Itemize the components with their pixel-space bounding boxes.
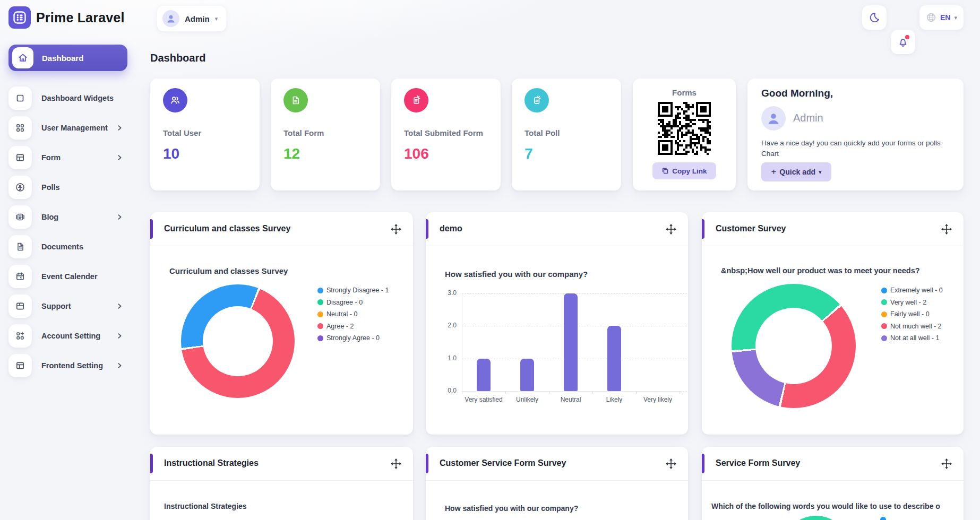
sidebar-item-documents[interactable]: Documents <box>8 235 127 258</box>
stat-label: Total User <box>163 128 201 137</box>
widget-icon <box>8 86 32 110</box>
chevron-right-icon <box>116 124 123 132</box>
legend-dot <box>881 323 887 329</box>
legend-item[interactable]: Very well - 2 <box>881 299 926 306</box>
sidebar-item-polls[interactable]: Polls <box>8 176 127 199</box>
legend-item[interactable]: Not much well - 2 <box>881 323 942 330</box>
page-title: Dashboard <box>150 52 205 64</box>
widget-customer-service-form-survey: Customer Service Form Survey How satisfi… <box>426 447 688 520</box>
form-icon <box>8 146 32 169</box>
sidebar-item-account-setting[interactable]: Account Setting <box>8 324 127 348</box>
move-handle-icon[interactable] <box>391 224 401 235</box>
users-icon <box>163 88 187 112</box>
chevron-down-icon: ▾ <box>215 15 218 22</box>
x-axis-tick <box>592 391 593 394</box>
language-selector[interactable]: EN ▾ <box>919 5 964 30</box>
documents-icon <box>8 235 32 258</box>
brand-logo-icon <box>8 6 31 29</box>
legend-item[interactable]: Neutral - 0 <box>317 310 357 318</box>
legend-label: Not at all well - 1 <box>890 334 939 342</box>
sidebar-item-label: Form <box>41 153 61 162</box>
forms-card-title: Forms <box>633 88 736 97</box>
x-axis-tick-label: Very likely <box>634 396 682 403</box>
divider <box>426 480 688 481</box>
sidebar-item-user-management[interactable]: User Management <box>8 116 127 140</box>
bar-unlikely <box>520 359 534 391</box>
users-grid-icon <box>8 116 32 140</box>
move-handle-icon[interactable] <box>666 458 676 469</box>
x-axis-tick <box>505 391 506 394</box>
support-icon <box>8 294 32 318</box>
widget-title: Service Form Survey <box>716 458 800 468</box>
sidebar-item-form[interactable]: Form <box>8 146 127 169</box>
move-handle-icon[interactable] <box>941 224 952 235</box>
sidebar-item-support[interactable]: Support <box>8 294 127 318</box>
divider <box>702 480 964 481</box>
sidebar-item-dashboard-widgets[interactable]: Dashboard Widgets <box>8 86 127 110</box>
legend-item[interactable]: Not at all well - 1 <box>881 334 939 342</box>
legend-dot <box>881 299 887 305</box>
legend-item[interactable]: Strongly Agree - 0 <box>317 334 380 342</box>
dashboard-page: Prime Laravel Admin ▾ EN ▾ <box>0 0 980 520</box>
frontend-setting-icon <box>8 354 32 377</box>
quick-add-button[interactable]: + Quick add ▾ <box>761 162 831 181</box>
blog-icon <box>8 205 32 229</box>
doughnut-hole <box>755 308 832 384</box>
sidebar-item-dashboard[interactable]: Dashboard <box>8 45 127 71</box>
chevron-right-icon <box>116 213 123 221</box>
legend-label: Strongly Agree - 0 <box>326 334 380 342</box>
bar-likely <box>607 326 621 391</box>
widget-demo: demo How satisfied you with our company?… <box>426 212 688 435</box>
legend-item[interactable]: Fairly well - 0 <box>881 310 930 318</box>
sidebar-item-label: Account Setting <box>41 332 100 340</box>
legend-label: Fairly well - 0 <box>890 310 930 318</box>
legend-item[interactable]: Extremely well - 0 <box>881 287 943 294</box>
widget-title: Customer Survey <box>716 224 786 233</box>
sidebar-item-label: Documents <box>41 242 83 251</box>
legend-item[interactable]: Strongly Disagree - 1 <box>317 287 389 294</box>
polls-icon <box>8 176 32 199</box>
sidebar-item-blog[interactable]: Blog <box>8 205 127 229</box>
move-handle-icon[interactable] <box>941 458 952 469</box>
stat-value: 7 <box>525 145 533 162</box>
home-icon <box>12 47 33 68</box>
greeting-title: Good Morning, <box>761 88 833 99</box>
x-axis-tick <box>549 391 549 394</box>
moon-icon <box>869 12 880 23</box>
notification-badge <box>905 35 909 39</box>
chart-title: How satisfied you with our company? <box>445 504 578 513</box>
chevron-right-icon <box>116 332 123 340</box>
card-accent-bar <box>426 454 428 473</box>
x-axis-tick-label: Unlikely <box>503 396 551 403</box>
legend-dot <box>317 335 323 341</box>
sidebar-item-event-calender[interactable]: Event Calender <box>8 265 127 288</box>
sidebar-item-label: Support <box>41 302 71 310</box>
stat-label: Total Poll <box>525 128 560 137</box>
greeting-avatar <box>761 106 786 131</box>
doughnut-chart <box>732 284 856 408</box>
sidebar-item-frontend-setting[interactable]: Frontend Setting <box>8 354 127 377</box>
legend-item[interactable]: Disagree - 0 <box>317 299 363 306</box>
form-doc-icon <box>283 88 308 112</box>
card-accent-bar <box>150 219 153 239</box>
language-code: EN <box>940 13 950 22</box>
bar-chart: 3.02.01.00.0Very satisfiedUnlikelyNeutra… <box>426 212 688 435</box>
chart-title: Curriculum and classes Survey <box>169 266 288 275</box>
stat-value: 106 <box>404 145 429 162</box>
sidebar-item-label: Frontend Setting <box>41 361 103 370</box>
chevron-down-icon: ▾ <box>954 14 957 21</box>
greeting-message: Have a nice day! you can quickly add you… <box>761 138 950 159</box>
dark-mode-toggle[interactable] <box>862 5 887 30</box>
stat-card-total-poll: Total Poll 7 <box>512 79 621 190</box>
legend-item[interactable]: Agree - 2 <box>317 323 354 330</box>
copy-link-button[interactable]: Copy Link <box>652 162 716 179</box>
user-menu[interactable]: Admin ▾ <box>157 6 226 31</box>
legend-dot <box>317 288 323 293</box>
chart-title: Instructional Strategies <box>164 502 247 510</box>
widget-curriculum-survey: Curriculum and classes Survey Curriculum… <box>150 212 413 435</box>
y-axis-tick-label: 3.0 <box>439 289 457 297</box>
notifications-button[interactable] <box>891 30 915 54</box>
move-handle-icon[interactable] <box>391 458 401 469</box>
stat-card-total-user: Total User 10 <box>150 79 260 190</box>
forms-qr-card: Forms Copy Link <box>633 79 736 190</box>
